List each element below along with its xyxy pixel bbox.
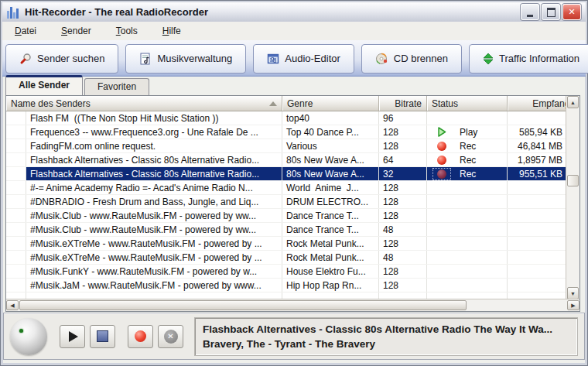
scroll-left-button[interactable]: ◀ [6,300,19,310]
minimize-button[interactable] [521,4,539,20]
menubar: Datei Sender Tools Hilfe [2,22,586,40]
cell-name: #Musik.FunkY - www.RauteMusik.FM - power… [26,265,282,278]
vertical-scroll-thumb[interactable] [567,175,579,186]
column-header-genre[interactable]: Genre [282,96,379,111]
cell-bitrate: 128 [379,279,427,292]
cell-status: Rec [427,153,508,166]
menu-datei[interactable]: Datei [13,24,38,38]
cell-received [508,251,566,264]
menu-hilfe[interactable]: Hilfe [161,24,183,38]
cell-status: Play [427,125,508,139]
cell-genre: Rock Metal Punk... [282,237,379,250]
cell-bitrate: 48 [379,223,427,236]
table-row[interactable]: Flashback Alternatives - Classic 80s Alt… [6,167,566,181]
cell-status-label: Rec [460,169,476,180]
minimize-icon [527,15,533,17]
menu-tools[interactable]: Tools [115,24,139,38]
cell-name: FadingFM.com online request. [26,139,282,152]
cell-received: 46,841 MB [508,139,566,152]
row-icon-cell [6,279,26,292]
status-icon [433,266,450,277]
cell-bitrate: 128 [379,237,427,250]
window-controls: ✕ [521,4,581,20]
player-panel: ✕ Flashback Alternatives - Classic 80s A… [3,313,585,360]
status-icon [433,127,450,138]
stop-icon [97,330,108,342]
status-icon [433,280,450,291]
cd-brennen-button[interactable]: CD brennen [361,44,462,74]
traffic-arrows-icon [483,53,494,65]
vertical-scrollbar[interactable]: ▲ ▼ [566,96,579,299]
music-document-icon [139,53,152,65]
tab-alle-sender[interactable]: Alle Sender [5,75,83,95]
table-row[interactable]: #Musik.eXTreMe - www.RauteMusik.FM - pow… [6,251,566,265]
column-header-bitrate[interactable]: Bitrate [379,96,427,111]
volume-knob[interactable] [10,318,47,355]
cell-status [427,181,508,194]
record-status-icon [437,142,446,151]
table-row[interactable]: #-= Anime Academy Radio =- Acad's Anime … [6,181,566,195]
cell-genre: Rock Metal Punk... [282,251,379,264]
cell-genre: Dance Trance T... [282,223,379,236]
table-row[interactable]: #Musik.FunkY - www.RauteMusik.FM - power… [6,265,566,279]
row-icon-cell [6,167,26,180]
cancel-icon: ✕ [164,330,178,344]
scroll-up-button[interactable]: ▲ [567,96,579,108]
titlebar[interactable]: Hit-Recorder - The real RadioRecorder ✕ [2,2,586,22]
record-icon [135,330,146,342]
cell-received [508,279,566,292]
toolbar-button-label: Sender suchen [37,53,104,64]
table-row[interactable]: FadingFM.com online request. Various 128… [6,139,566,153]
knob-indicator-dot [19,329,23,333]
cell-name: Frequence3 -- www.Frequence3.org - Une R… [26,125,282,139]
table-row[interactable]: Frequence3 -- www.Frequence3.org - Une R… [6,125,566,139]
table-row[interactable]: #Musik.eXTreMe - www.RauteMusik.FM - pow… [6,237,566,251]
row-icon-cell [6,195,26,208]
column-header-status[interactable]: Status [427,96,508,111]
row-icon-cell [6,125,26,139]
cell-status [427,111,508,125]
cell-bitrate: 48 [379,251,427,264]
sender-suchen-button[interactable]: Sender suchen [5,44,118,74]
cell-genre: DRUM ELECTRO... [282,195,379,208]
record-button[interactable] [128,325,153,348]
table-row[interactable]: #DNBRADIO - Fresh Drum and Bass, Jungle,… [6,195,566,209]
table-row[interactable]: Flashback Alternatives - Classic 80s Alt… [6,153,566,167]
cell-name: #-= Anime Academy Radio =- Acad's Anime … [26,181,282,194]
status-icon [433,169,450,180]
status-icon [433,155,450,166]
cancel-button[interactable]: ✕ [158,325,183,348]
scroll-right-button[interactable]: ▶ [567,300,579,310]
traffic-information-button[interactable]: Traffic Information [469,44,588,74]
cell-genre: World Anime J... [282,181,379,194]
maximize-button[interactable] [542,4,560,20]
table-row[interactable]: #Musik.Club - www.RauteMusik.FM - powere… [6,209,566,223]
status-icon [433,113,450,124]
cell-received [508,111,566,125]
table-row[interactable]: #Musik.JaM - www.RauteMusik.FM - powered… [6,279,566,292]
row-icon-cell [6,265,26,278]
scroll-down-button[interactable]: ▼ [567,287,579,299]
column-header-name[interactable]: Name des Senders [6,96,282,111]
cell-status [427,195,508,208]
musikverwaltung-button[interactable]: Musikverwaltung [125,44,246,74]
row-icon-cell [6,153,26,166]
play-button[interactable] [60,325,85,348]
cell-name: Flash FM ((The Non Stop Hit Music Statio… [26,111,282,125]
cell-name: #DNBRADIO - Fresh Drum and Bass, Jungle,… [26,195,282,208]
cell-bitrate: 128 [379,181,427,194]
close-button[interactable]: ✕ [562,4,581,20]
status-icon [433,183,450,193]
menu-sender[interactable]: Sender [60,24,93,38]
toolbar: Sender suchen Musikverwaltung Audio-Edit… [2,40,586,77]
stop-button[interactable] [90,325,115,348]
horizontal-scrollbar[interactable]: ◀ ▶ [6,299,579,311]
horizontal-scroll-thumb[interactable] [19,300,467,310]
cell-genre: top40 [282,111,379,125]
audio-editor-button[interactable]: Audio-Editor [253,44,354,74]
status-icon [433,141,450,152]
table-row[interactable]: Flash FM ((The Non Stop Hit Music Statio… [6,111,566,125]
table-row[interactable]: #Musik.Club - www.RauteMusik.FM - powere… [6,223,566,237]
status-icon [433,210,450,221]
tab-favoriten[interactable]: Favoriten [84,78,149,95]
